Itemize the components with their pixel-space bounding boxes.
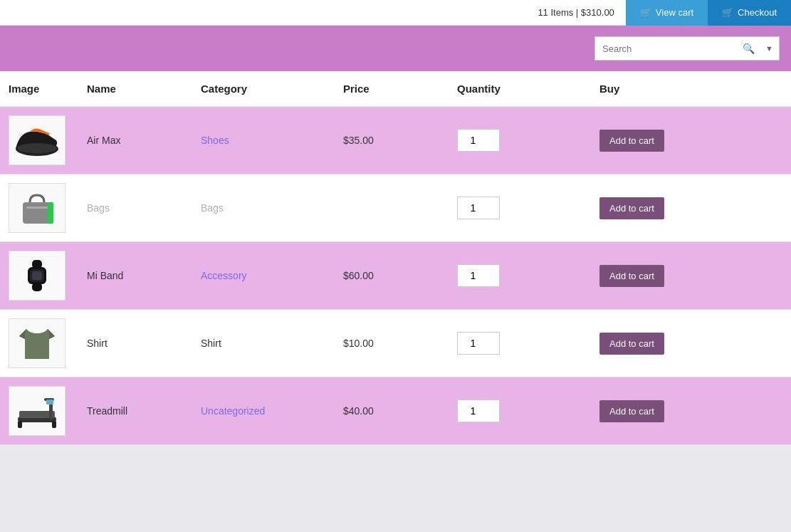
product-buy-cell: Add to cart xyxy=(599,333,713,355)
checkout-icon: 🛒 xyxy=(722,7,733,18)
cart-icon: 🛒 xyxy=(640,7,651,18)
quantity-input[interactable] xyxy=(457,332,500,355)
product-price: $35.00 xyxy=(343,135,457,146)
quantity-input[interactable] xyxy=(457,400,500,422)
add-to-cart-button[interactable]: Add to cart xyxy=(599,197,664,219)
search-dropdown-button[interactable]: ▼ xyxy=(760,36,780,61)
svg-rect-8 xyxy=(32,260,42,268)
product-buy-cell: Add to cart xyxy=(599,130,713,152)
quantity-input[interactable] xyxy=(457,129,500,152)
svg-rect-15 xyxy=(18,421,22,428)
table-row: Bags Bags Add to cart xyxy=(0,174,791,242)
table-row: Air Max Shoes $35.00 Add to cart xyxy=(0,107,791,174)
product-price: $10.00 xyxy=(343,338,457,349)
chevron-down-icon: ▼ xyxy=(765,44,773,53)
svg-rect-3 xyxy=(26,207,48,209)
product-qty-cell xyxy=(457,129,599,152)
product-image-cell xyxy=(9,251,87,301)
col-image: Image xyxy=(9,83,87,95)
product-category: Bags xyxy=(201,202,343,214)
quantity-input[interactable] xyxy=(457,264,500,287)
col-quantity: Quantity xyxy=(457,83,599,95)
svg-rect-4 xyxy=(48,202,53,224)
add-to-cart-button[interactable]: Add to cart xyxy=(599,400,664,422)
svg-rect-16 xyxy=(52,421,56,428)
product-category[interactable]: Shoes xyxy=(201,135,343,146)
top-bar: 11 Items | $310.00 🛒 View cart 🛒 Checkou… xyxy=(0,0,791,26)
product-image xyxy=(9,386,66,436)
search-icon: 🔍 xyxy=(743,43,755,54)
add-to-cart-button[interactable]: Add to cart xyxy=(599,333,664,355)
product-buy-cell: Add to cart xyxy=(599,197,713,219)
product-image-cell xyxy=(9,115,87,165)
table-row: Treadmill Uncategorized $40.00 Add to ca… xyxy=(0,377,791,445)
svg-rect-2 xyxy=(23,202,51,224)
svg-point-1 xyxy=(17,143,57,153)
search-button[interactable]: 🔍 xyxy=(737,36,760,61)
add-to-cart-button[interactable]: Add to cart xyxy=(599,265,664,287)
product-name: Mi Band xyxy=(87,270,201,281)
product-name: Treadmill xyxy=(87,405,201,417)
product-qty-cell xyxy=(457,400,599,422)
svg-rect-7 xyxy=(32,271,42,280)
product-buy-cell: Add to cart xyxy=(599,265,713,287)
svg-rect-9 xyxy=(32,283,42,291)
product-qty-cell xyxy=(457,264,599,287)
product-category[interactable]: Uncategorized xyxy=(201,405,343,417)
product-category: Shirt xyxy=(201,338,343,349)
product-image-cell xyxy=(9,386,87,436)
search-wrapper: 🔍 ▼ xyxy=(594,36,780,61)
product-name: Bags xyxy=(87,202,201,214)
product-buy-cell: Add to cart xyxy=(599,400,713,422)
table-headers: Image Name Category Price Quantity Buy xyxy=(0,71,791,107)
product-image xyxy=(9,115,66,165)
checkout-button[interactable]: 🛒 Checkout xyxy=(708,0,791,26)
svg-rect-14 xyxy=(46,400,53,405)
product-name: Shirt xyxy=(87,338,201,349)
table-row: Shirt Shirt $10.00 Add to cart xyxy=(0,310,791,377)
product-image xyxy=(9,183,66,233)
search-input[interactable] xyxy=(594,36,737,61)
col-price: Price xyxy=(343,83,457,95)
product-table: Image Name Category Price Quantity Buy A… xyxy=(0,71,791,445)
product-image xyxy=(9,318,66,368)
table-row: Mi Band Accessory $60.00 Add to cart xyxy=(0,242,791,310)
product-price: $60.00 xyxy=(343,270,457,281)
view-cart-button[interactable]: 🛒 View cart xyxy=(626,0,708,26)
col-category: Category xyxy=(201,83,343,95)
product-qty-cell xyxy=(457,332,599,355)
product-image xyxy=(9,251,66,301)
quantity-input[interactable] xyxy=(457,197,500,219)
product-image-cell xyxy=(9,318,87,368)
header-bar: 🔍 ▼ xyxy=(0,26,791,71)
add-to-cart-button[interactable]: Add to cart xyxy=(599,130,664,152)
product-price: $40.00 xyxy=(343,405,457,417)
col-name: Name xyxy=(87,83,201,95)
product-qty-cell xyxy=(457,197,599,219)
cart-summary: 11 Items | $310.00 xyxy=(526,7,625,18)
product-name: Air Max xyxy=(87,135,201,146)
col-buy: Buy xyxy=(599,83,713,95)
product-category[interactable]: Accessory xyxy=(201,270,343,281)
product-image-cell xyxy=(9,183,87,233)
